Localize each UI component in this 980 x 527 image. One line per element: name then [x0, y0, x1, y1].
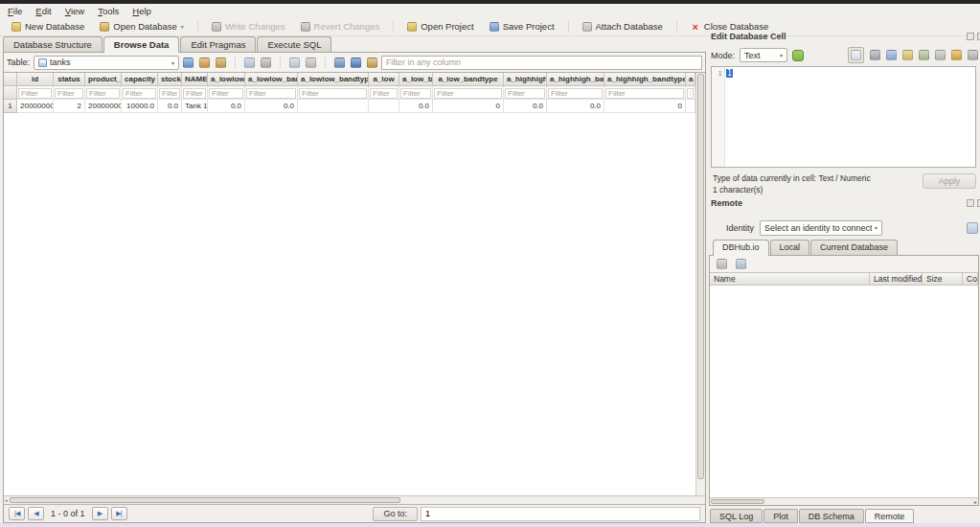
refresh-icon[interactable] — [183, 57, 194, 68]
goto-button[interactable]: Go to: — [373, 507, 418, 521]
filter-input-a-lowlow-bandtype[interactable] — [299, 88, 367, 99]
save-cell-icon[interactable] — [886, 50, 897, 60]
remote-tab-current-database[interactable]: Current Database — [810, 240, 898, 255]
tab-database-structure[interactable]: Database Structure — [3, 36, 103, 52]
column-header-a[interactable]: a — [686, 73, 695, 86]
data-cell[interactable]: 200000002 — [85, 100, 122, 113]
grid-hscroll-thumb[interactable] — [10, 497, 400, 503]
column-header-id[interactable]: id — [17, 73, 54, 86]
next-record-button[interactable]: ▶ — [92, 507, 108, 520]
open-project-button[interactable]: Open Project — [399, 19, 481, 34]
goto-begin-icon[interactable] — [334, 57, 345, 68]
remote-column-header-name[interactable]: Name — [710, 272, 870, 286]
filter-input-a-lowlow-band[interactable] — [246, 88, 296, 99]
remote-column-header-last-modified[interactable]: Last modified — [870, 272, 923, 286]
column-header-a-low[interactable]: a_low — [369, 73, 399, 86]
menu-help[interactable]: Help — [132, 6, 151, 16]
filter-input-capacity[interactable] — [123, 88, 156, 99]
link-records-icon[interactable] — [367, 57, 377, 68]
remote-column-header-co[interactable]: Co — [963, 272, 978, 286]
refresh-cell-icon[interactable] — [792, 50, 804, 61]
column-header-product-id[interactable]: product_id — [85, 73, 122, 86]
data-cell[interactable] — [369, 100, 399, 113]
column-header-a-highhigh-bandtype[interactable]: a_highhigh_bandtype — [604, 73, 686, 86]
apply-button[interactable]: Apply — [923, 173, 976, 189]
dock-tab-plot[interactable]: Plot — [763, 509, 798, 523]
column-header-a-low-bandtype[interactable]: a_low_bandtype — [433, 73, 504, 86]
filter-input-a-low-band[interactable] — [400, 88, 431, 99]
column-header-name[interactable]: NAME — [182, 73, 208, 86]
remote-tab-local[interactable]: Local — [770, 240, 810, 255]
filter-any-column-input[interactable] — [381, 56, 702, 70]
grid-horizontal-scrollbar[interactable]: ◂ — [4, 495, 705, 504]
table-select[interactable]: tanks ▾ — [34, 56, 179, 70]
load-all-data-icon[interactable] — [351, 57, 361, 68]
dock-tab-db-schema[interactable]: DB Schema — [799, 509, 864, 523]
mode-select[interactable]: Text ▾ — [740, 48, 787, 62]
data-cell[interactable]: 0.0 — [504, 100, 547, 113]
filter-input-id[interactable] — [18, 88, 52, 99]
menu-file[interactable]: File — [8, 6, 22, 16]
tab-browse-data[interactable]: Browse Data — [103, 36, 180, 53]
data-cell[interactable] — [686, 100, 695, 113]
filter-input-a-low[interactable] — [370, 88, 398, 99]
data-cell[interactable]: 2 — [54, 100, 85, 113]
row-number-cell[interactable]: 1 — [4, 100, 17, 113]
new-database-button[interactable]: New Database — [4, 19, 92, 34]
data-cell[interactable]: 0.0 — [158, 100, 182, 113]
column-header-a-lowlow-band[interactable]: a_lowlow_band — [245, 73, 298, 86]
delete-record-icon[interactable] — [306, 57, 316, 68]
data-cell[interactable]: 0.0 — [399, 100, 433, 113]
cell-editor[interactable]: 1 1 — [711, 66, 976, 168]
column-header-a-highhigh[interactable]: a_highhigh — [504, 73, 547, 86]
grid-vertical-scrollbar[interactable] — [695, 73, 705, 495]
previous-record-button[interactable]: ◀ — [28, 507, 44, 520]
remote-hscroll-thumb[interactable] — [711, 499, 764, 504]
filter-input-product-id[interactable] — [86, 88, 120, 99]
save-filter-icon[interactable] — [216, 57, 226, 68]
goto-record-input[interactable] — [421, 507, 700, 521]
filter-input-a-low-bandtype[interactable] — [434, 88, 502, 99]
duplicate-record-icon[interactable] — [289, 57, 300, 68]
text-mode-icon[interactable] — [851, 50, 861, 60]
tab-edit-pragmas[interactable]: Edit Pragmas — [180, 36, 256, 52]
hscroll-right-arrow-icon[interactable]: ▸ — [974, 498, 977, 505]
print-records-icon[interactable] — [261, 57, 271, 68]
last-record-button[interactable]: ▶| — [111, 507, 127, 520]
identity-select[interactable]: Select an identity to connect ▾ — [760, 220, 882, 236]
filter-input-a-highhigh-band[interactable] — [548, 88, 603, 99]
new-record-icon[interactable] — [244, 57, 255, 68]
remote-refresh-icon[interactable] — [717, 259, 727, 269]
undock-icon[interactable] — [967, 199, 974, 207]
remote-horizontal-scrollbar[interactable]: ▸ — [710, 497, 978, 505]
save-project-button[interactable]: Save Project — [482, 19, 562, 34]
export-cell-icon[interactable] — [935, 50, 946, 60]
column-header-a-highhigh-band[interactable]: a_highhigh_band — [547, 73, 604, 86]
word-wrap-icon[interactable] — [870, 50, 880, 60]
dock-tab-remote[interactable]: Remote — [865, 509, 915, 523]
menu-view[interactable]: View — [65, 6, 84, 16]
data-cell[interactable]: 0.0 — [208, 100, 245, 113]
open-file-icon[interactable] — [902, 50, 913, 60]
remote-tab-dbhub-io[interactable]: DBHub.io — [713, 240, 769, 256]
undock-icon[interactable] — [967, 33, 974, 40]
filter-input-a[interactable] — [687, 88, 694, 99]
filter-input-a-highhigh[interactable] — [505, 88, 545, 99]
column-header-capacity[interactable]: capacity — [122, 73, 158, 86]
filter-input-name[interactable] — [183, 88, 206, 99]
print-cell-icon[interactable] — [968, 50, 978, 60]
data-cell[interactable]: Tank 1 — [182, 100, 208, 113]
tab-execute-sql[interactable]: Execute SQL — [257, 36, 331, 52]
data-cell[interactable]: 0.0 — [245, 100, 298, 113]
clear-filters-icon[interactable] — [199, 57, 210, 68]
column-header-stock[interactable]: stock — [158, 73, 182, 86]
editor-content[interactable]: 1 — [725, 67, 734, 167]
remote-upload-icon[interactable] — [736, 259, 746, 269]
data-cell[interactable]: 0 — [604, 100, 686, 113]
write-changes-button[interactable]: Write Changes — [204, 19, 293, 34]
attach-database-button[interactable]: Attach Database — [575, 19, 671, 34]
open-database-button[interactable]: Open Database▾ — [92, 19, 192, 34]
filter-input-stock[interactable] — [159, 88, 180, 99]
data-cell[interactable] — [298, 100, 369, 113]
data-cell[interactable]: 0.0 — [547, 100, 604, 113]
